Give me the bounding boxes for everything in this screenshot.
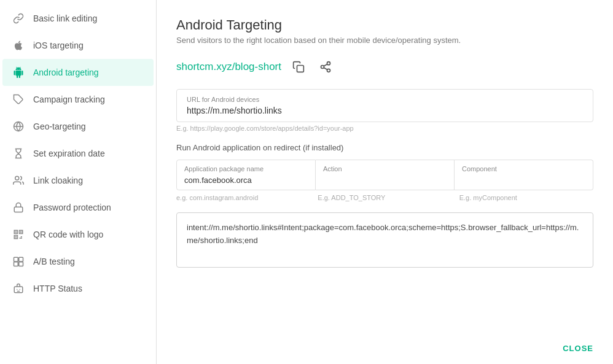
page-subtitle: Send visitors to the right location base… [176,36,593,45]
tag-icon [12,93,25,106]
sidebar-item-android-targeting[interactable]: Android targeting [2,59,154,86]
globe-icon [12,120,25,133]
robot-icon [12,282,25,295]
svg-point-26 [327,62,330,65]
copy-button[interactable] [289,57,308,77]
short-url-row: shortcm.xyz/blog-short [176,57,593,77]
svg-rect-10 [15,236,17,238]
app-package-field: Application package name [176,160,316,190]
sidebar-item-ab-testing[interactable]: A/B testing [2,248,154,275]
svg-line-29 [324,68,327,69]
action-hint: E.g. ADD_TO_STORY [310,193,451,203]
svg-rect-4 [14,207,23,212]
svg-point-28 [327,69,330,72]
sidebar-item-campaign-tracking[interactable]: Campaign tracking [2,86,154,113]
close-button[interactable]: CLOSE [563,344,593,353]
android-url-hint: E.g. https://play.google.com/store/apps/… [176,125,593,132]
component-hint: E.g. myComponent [452,193,593,203]
app-section-label: Run Android application on redirect (if … [176,143,593,152]
svg-rect-18 [19,257,23,261]
short-url-link[interactable]: shortcm.xyz/blog-short [176,61,281,73]
people-icon [12,174,25,187]
component-input[interactable] [462,176,585,185]
svg-rect-17 [14,257,18,261]
sidebar-item-label: HTTP Status [33,284,82,293]
sidebar-item-geo-targeting[interactable]: Geo-targeting [2,113,154,140]
android-url-field-wrapper: URL for Android devices [176,89,593,122]
sidebar-item-http-status[interactable]: HTTP Status [2,275,154,302]
intent-box: intent://m.me/shortio.links#Intent;packa… [176,212,593,268]
lock-icon [12,201,25,214]
action-input[interactable] [323,176,447,185]
svg-rect-25 [297,66,304,72]
svg-rect-19 [14,262,18,266]
link-icon [12,12,25,25]
component-field: Component [455,160,593,190]
svg-point-23 [20,289,21,290]
hourglass-icon [12,147,25,160]
action-label: Action [323,165,447,172]
sidebar-item-basic-link-editing[interactable]: Basic link editing [2,5,154,32]
svg-point-27 [321,66,324,69]
svg-rect-8 [15,231,17,233]
sidebar-item-qr-code-with-logo[interactable]: QR code with logo [2,221,154,248]
svg-point-22 [17,289,18,290]
sidebar-item-label: Basic link editing [33,14,97,23]
sidebar-item-label: iOS targeting [33,41,84,50]
sidebar-item-label: Set expiration date [33,149,105,158]
page-title: Android Targeting [176,17,593,33]
ab-icon [12,255,25,268]
sidebar-item-label: Campaign tracking [33,95,105,104]
android-icon [12,66,25,79]
sidebar-item-label: Password protection [33,203,111,212]
svg-line-30 [324,64,327,66]
main-content: Android Targeting Send visitors to the r… [157,0,613,364]
app-package-hint: e.g. com.instagram.android [176,193,310,203]
sidebar-item-label: Link cloaking [33,176,83,185]
svg-rect-21 [14,287,23,293]
sidebar-item-label: A/B testing [33,257,75,266]
android-url-label: URL for Android devices [187,96,583,103]
sidebar-item-label: Geo-targeting [33,122,86,131]
svg-rect-9 [20,231,21,233]
app-fields-row: Application package name Action Componen… [176,160,593,190]
sidebar-item-ios-targeting[interactable]: iOS targeting [2,32,154,59]
component-label: Component [462,165,585,172]
sidebar-item-link-cloaking[interactable]: Link cloaking [2,167,154,194]
sidebar-item-password-protection[interactable]: Password protection [2,194,154,221]
sidebar-item-set-expiration-date[interactable]: Set expiration date [2,140,154,167]
sidebar-item-label: Android targeting [33,68,99,77]
svg-rect-20 [19,262,23,266]
sidebar-item-label: QR code with logo [33,230,103,239]
android-url-input[interactable] [187,106,583,115]
app-package-input[interactable] [184,176,308,185]
qr-icon [12,228,25,241]
sidebar: Basic link editing iOS targeting Android… [0,0,157,364]
app-package-label: Application package name [184,165,308,172]
share-button[interactable] [316,57,335,77]
app-field-hints: e.g. com.instagram.android E.g. ADD_TO_S… [176,193,593,203]
apple-icon [12,39,25,52]
action-field: Action [316,160,455,190]
svg-point-3 [15,176,19,180]
